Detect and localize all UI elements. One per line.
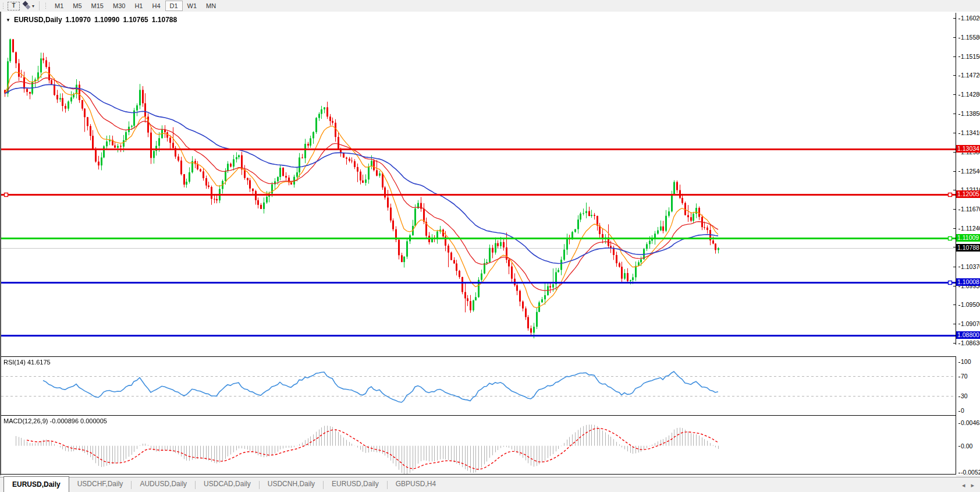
tab-scroll-buttons: ◂ ▸ [962,477,980,492]
hline-price-chip: 1.10008 [956,278,980,286]
chart-tab-usdcnh-daily[interactable]: USDCNH,Daily [260,477,323,492]
chart-tab-eurusd-daily[interactable]: EURUSD,Daily [3,476,69,492]
chart-window: ▼ EURUSD,Daily 1.10970 1.10990 1.10765 1… [0,12,980,475]
toolbar-drag-handle[interactable] [2,2,5,10]
text-label-tool-button[interactable]: T [8,2,20,10]
price-tick-label: 1.09500 [958,301,980,308]
macd-tick-label: 0.00 [958,443,972,449]
chart-tab-eurusd-daily[interactable]: EURUSD,Daily [324,477,387,492]
macd-tick-label: 0.00463 [958,419,980,426]
chart-symbol-period: EURUSD,Daily [14,16,62,24]
macd-indicator-label: MACD(12,26,9) -0.000896 0.000005 [3,417,107,424]
price-tick-label: 1.15580 [958,34,980,41]
timeframe-h4-button[interactable]: H4 [147,1,165,11]
price-tick-label: 1.09070 [958,320,980,327]
current-price-chip: 1.10788 [956,244,980,252]
quote-close: 1.10788 [152,16,177,24]
rsi-indicator-label: RSI(14) 41.6175 [3,359,51,366]
hline-price-chip: 1.08800 [956,331,980,339]
price-tick-label: 1.11670 [958,206,980,213]
chart-title: ▼ EURUSD,Daily 1.10970 1.10990 1.10765 1… [6,16,177,24]
timeframe-m1-button[interactable]: M1 [50,1,68,11]
macd-pane[interactable]: MACD(12,26,9) -0.000896 0.000005 [1,415,956,474]
hline-price-chip: 1.12005 [956,190,980,198]
arrow-styles-icon [23,2,31,10]
quote-high: 1.10990 [94,16,119,24]
price-pane[interactable]: ▼ EURUSD,Daily 1.10970 1.10990 1.10765 1… [1,13,956,345]
rsi-tick-label: 100 [958,358,971,365]
timeframe-buttons: M1M5M15M30H1H4D1W1MN [50,1,221,11]
rsi-tick-label: 0 [958,407,964,414]
price-tick-label: 1.13850 [958,110,980,117]
candlestick-chart[interactable] [1,13,956,345]
chart-tab-usdcad-daily[interactable]: USDCAD,Daily [196,477,259,492]
chart-tab-gbpusd-h4[interactable]: GBPUSD,H4 [388,477,444,492]
chart-tabs: EURUSD,DailyUSDCHF,DailyAUDUSD,DailyUSDC… [0,477,444,492]
chart-tab-audusd-daily[interactable]: AUDUSD,Daily [132,477,195,492]
timeframe-mn-button[interactable]: MN [201,1,221,11]
price-tick-label: 1.13410 [958,129,980,136]
chart-tab-bar: EURUSD,DailyUSDCHF,DailyAUDUSD,DailyUSDC… [0,477,980,492]
timeframe-m5-button[interactable]: M5 [68,1,86,11]
rsi-tick-label: 70 [958,373,968,380]
toolbar: T ▾ M1M5M15M30H1H4D1W1MN [0,0,980,12]
price-tick-label: 1.08630 [958,339,980,346]
price-tick-label: 1.14720 [958,72,980,79]
rsi-tick-label: 30 [958,392,968,399]
tab-scroll-left-icon[interactable]: ◂ [962,482,965,489]
timeframe-h1-button[interactable]: H1 [130,1,147,11]
timeframe-m30-button[interactable]: M30 [108,1,130,11]
toolbar-separator [39,1,40,10]
price-tick-label: 1.11240 [958,225,980,232]
hline-price-chip: 1.11009 [956,234,980,242]
rsi-chart[interactable] [1,357,956,415]
price-tick-label: 1.15150 [958,53,980,60]
tab-scroll-right-icon[interactable]: ▸ [971,482,974,489]
price-tick-label: 1.16020 [958,15,980,22]
timeframe-d1-button[interactable]: D1 [165,1,183,11]
chart-tab-usdchf-daily[interactable]: USDCHF,Daily [69,477,132,492]
trading-platform-window: T ▾ M1M5M15M30H1H4D1W1MN ▼ EURUSD,Daily … [0,0,980,492]
timeframe-w1-button[interactable]: W1 [183,1,202,11]
price-tick-label: 1.10370 [958,263,980,270]
timeframes-drag-handle[interactable] [44,2,47,10]
quote-open: 1.10970 [66,16,91,24]
timeframe-m15-button[interactable]: M15 [87,1,108,11]
macd-tick-label: -0.005299 [958,469,980,476]
quote-low: 1.10765 [123,16,148,24]
price-tick-label: 1.12540 [958,168,980,175]
price-tick-label: 1.14280 [958,91,980,98]
hline-price-chip: 1.13034 [956,145,980,153]
arrow-styles-button[interactable]: ▾ [21,1,36,10]
rsi-pane[interactable]: RSI(14) 41.6175 [1,356,956,415]
macd-chart[interactable] [1,416,956,474]
chart-menu-arrow-icon[interactable]: ▼ [6,17,10,23]
chevron-down-icon: ▾ [32,3,34,9]
